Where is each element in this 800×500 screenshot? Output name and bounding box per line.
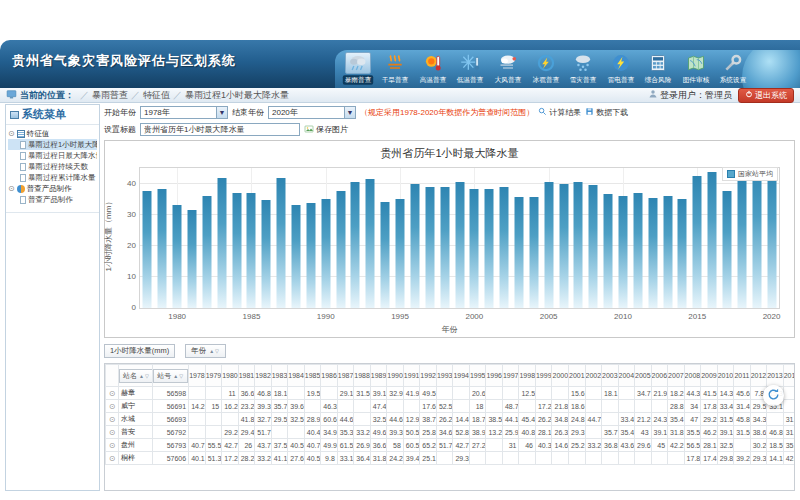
chart-title-input[interactable] [140,123,300,136]
bar[interactable] [351,182,360,308]
bar[interactable] [410,184,419,308]
collapse-icon[interactable]: ⊙ [8,130,15,138]
bar[interactable] [737,180,746,308]
tree-item[interactable]: 暴雨过程1小时最大降水量 [8,139,97,150]
table-row: ⊙赫章565981136.646.818.119.529.131.539.132… [106,387,796,400]
nav-item-risk[interactable]: 综合风险 [639,52,677,85]
bar[interactable] [336,191,345,308]
search-icon [538,107,547,118]
tree-item[interactable]: 暴雨过程持续天数 [8,161,97,172]
row-expand-icon[interactable]: ⊙ [106,400,119,413]
bar[interactable] [232,193,241,308]
sort-icons[interactable]: ▲▽ [209,348,220,354]
tree-group[interactable]: ⊙特征值 [8,128,97,139]
nav-item-rain[interactable]: 暴雨普查 [339,52,377,85]
bar[interactable] [663,196,672,308]
bar[interactable] [559,184,568,308]
row-expand-icon[interactable]: ⊙ [106,413,119,426]
bar[interactable] [425,187,434,308]
tree-item[interactable]: 暴雨过程日最大降水量 [8,150,97,161]
nav-item-map-audit[interactable]: 图件审核 [677,52,715,85]
bar[interactable] [217,178,226,308]
collapse-icon[interactable]: ⊙ [8,185,15,193]
bar[interactable] [292,205,301,308]
bar[interactable] [470,189,479,308]
breadcrumb-segment[interactable]: 暴雨过程1小时最大降水量 [185,90,289,100]
bar[interactable] [440,187,449,308]
row-expand-icon[interactable]: ⊙ [106,439,119,452]
calc-result-button[interactable]: 计算结果 [538,107,581,118]
sort-icons[interactable]: ▲▽ [173,373,184,379]
refresh-button[interactable] [763,385,784,406]
bar[interactable] [158,189,167,308]
nav-item-wind[interactable]: 大风普查 [489,52,527,85]
bar[interactable] [752,168,761,308]
row-expand-icon[interactable]: ⊙ [106,387,119,400]
bar[interactable] [455,182,464,308]
chevron-down-icon[interactable]: ▼ [344,107,355,118]
bar[interactable] [381,202,390,308]
bar[interactable] [678,199,687,308]
bar[interactable] [589,185,598,309]
save-image-button[interactable]: 保存图片 [304,124,348,136]
bar[interactable] [202,196,211,308]
bar[interactable] [188,210,197,308]
bar[interactable] [648,198,657,308]
bar[interactable] [173,205,182,308]
nav-item-lightning[interactable]: 雷电普查 [602,52,640,85]
bar[interactable] [544,182,553,308]
value-cell: 34 [684,400,701,413]
nav-item-drought[interactable]: 干旱普查 [377,52,415,85]
chevron-down-icon[interactable]: ▼ [216,107,227,118]
bar[interactable] [366,179,375,308]
nav-item-heat[interactable]: 高温普查 [414,52,452,85]
station-name-sort[interactable]: 站名▲▽ [119,369,153,383]
nav-item-label: 低温普查 [457,75,484,85]
bar[interactable] [396,199,405,309]
nav-item-hail[interactable]: 冰雹普查 [527,52,565,85]
bar[interactable] [529,197,538,308]
bar[interactable] [618,196,627,308]
bar[interactable] [767,171,776,309]
bar[interactable] [514,197,523,308]
row-expand-icon[interactable]: ⊙ [106,426,119,439]
bar[interactable] [633,193,642,308]
tree-item[interactable]: 普查产品制作 [8,194,97,205]
start-year-select[interactable]: 1978年 ▼ [140,106,228,119]
chart-legend[interactable]: 国家站平均 [722,167,778,181]
tree-group[interactable]: ⊙普查产品制作 [8,183,97,194]
nav-item-snow[interactable]: 雪灾普查 [564,52,602,85]
pivot-measure-chip[interactable]: 1小时降水量(mm) [104,344,175,358]
breadcrumb-segment[interactable]: 暴雨普查 [92,90,128,100]
bar[interactable] [708,172,717,308]
station-id-sort[interactable]: 站号▲▽ [153,369,188,383]
nav-item-cold[interactable]: 低温普查 [452,52,490,85]
data-download-button[interactable]: 数据下载 [585,107,628,118]
bar[interactable] [262,200,271,308]
value-cell [222,413,239,426]
pivot-field-chip[interactable]: 年份 ▲▽ [185,344,226,358]
sort-icons[interactable]: ▲▽ [139,373,150,379]
value-cell: 45.4 [519,413,536,426]
bar[interactable] [722,191,731,308]
row-expand-icon[interactable]: ⊙ [106,452,119,465]
bar[interactable] [247,193,256,308]
bar[interactable] [574,182,583,308]
bar[interactable] [604,194,613,308]
bar[interactable] [143,191,152,308]
end-year-select[interactable]: 2020年 ▼ [268,106,356,119]
value-cell: 31.8 [370,452,387,465]
nav-item-settings[interactable]: 系统设置 [714,52,752,85]
chart-title: 贵州省历年1小时最大降水量 [105,146,794,161]
bar[interactable] [485,189,494,308]
bar[interactable] [277,178,286,308]
bar[interactable] [693,176,702,308]
value-cell [783,387,795,400]
bar[interactable] [306,203,315,308]
tree-item[interactable]: 暴雨过程累计降水量 [8,172,97,183]
bar[interactable] [500,187,509,308]
bar[interactable] [321,199,330,308]
breadcrumb-segment[interactable]: 特征值 [143,90,170,100]
value-cell: 34.6 [436,426,453,439]
logout-button[interactable]: 退出系统 [738,88,794,103]
